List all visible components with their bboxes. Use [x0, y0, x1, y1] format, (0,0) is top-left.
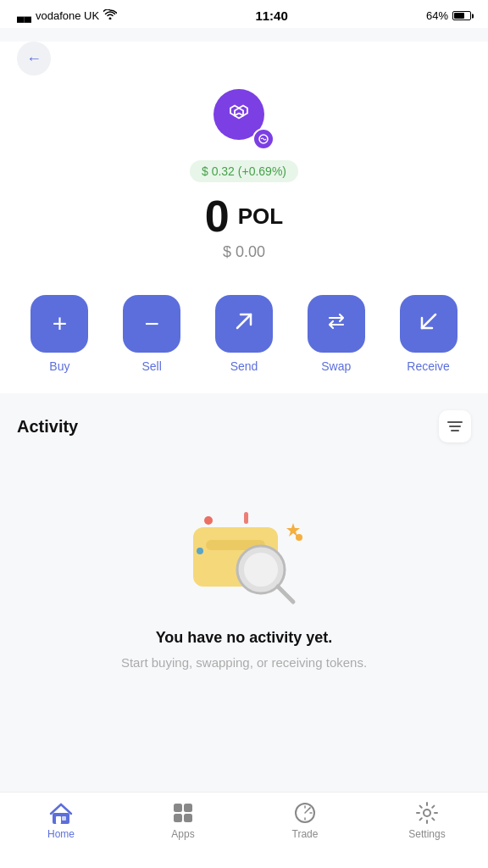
send-label: Send [230, 359, 258, 373]
send-icon [232, 309, 256, 339]
nav-apps[interactable]: Apps [122, 801, 244, 840]
price-badge: $ 0.32 (+0.69%) [190, 160, 298, 182]
send-action[interactable]: Send [215, 295, 273, 373]
swap-label: Swap [321, 359, 351, 373]
token-icon-wrapper [214, 89, 274, 150]
action-buttons: + Buy − Sell Send [0, 278, 488, 393]
status-time: 11:40 [255, 8, 287, 23]
empty-state: You have no activity yet. Start buying, … [17, 459, 471, 705]
sell-button[interactable]: − [123, 295, 180, 353]
receive-button[interactable] [400, 295, 458, 353]
nav-settings[interactable]: Settings [366, 801, 488, 840]
receive-label: Receive [407, 359, 450, 373]
nav-trade[interactable]: Trade [244, 801, 366, 840]
empty-illustration [168, 476, 320, 612]
activity-title: Activity [17, 417, 78, 437]
home-label: Home [47, 828, 75, 840]
send-button[interactable] [215, 295, 273, 353]
svg-line-5 [278, 587, 293, 602]
wifi-icon [103, 9, 117, 22]
carrier-label: vodafone UK [36, 9, 99, 22]
bottom-nav: Home Apps Trade [0, 792, 488, 868]
svg-point-4 [244, 553, 278, 587]
svg-rect-13 [174, 804, 182, 812]
trade-label: Trade [292, 828, 319, 840]
balance-display: 0 POL [205, 194, 283, 238]
back-arrow-icon: ← [26, 51, 42, 66]
filter-icon [446, 420, 464, 433]
home-icon [49, 801, 73, 825]
nav-home[interactable]: Home [0, 801, 122, 840]
token-balance: 0 [205, 194, 230, 238]
swap-button[interactable] [308, 295, 365, 353]
svg-rect-9 [244, 512, 248, 524]
svg-point-8 [197, 548, 203, 554]
token-usd-value: $ 0.00 [223, 243, 265, 261]
svg-point-18 [424, 810, 430, 816]
settings-label: Settings [408, 828, 445, 840]
svg-rect-11 [56, 816, 61, 824]
battery-icon [452, 11, 471, 20]
token-symbol: POL [238, 203, 283, 230]
buy-button[interactable]: + [30, 295, 88, 353]
receive-icon [417, 309, 441, 339]
buy-icon: + [53, 311, 68, 337]
svg-rect-15 [174, 814, 182, 822]
back-button[interactable]: ← [17, 42, 51, 75]
settings-icon [415, 801, 439, 825]
svg-rect-14 [184, 804, 192, 812]
filter-button[interactable] [439, 410, 471, 442]
signal-icon: ▄▄ [17, 10, 31, 22]
status-bar: ▄▄ vodafone UK 11:40 64% [0, 0, 488, 28]
buy-action[interactable]: + Buy [30, 295, 88, 373]
sell-icon: − [144, 311, 159, 337]
activity-section: Activity [0, 393, 488, 705]
token-header: $ 0.32 (+0.69%) 0 POL $ 0.00 [0, 82, 488, 278]
sell-label: Sell [142, 359, 162, 373]
battery-percent: 64% [426, 9, 448, 22]
sell-action[interactable]: − Sell [123, 295, 180, 373]
main-content: ← $ 0.32 (+0.69%) 0 POL [0, 42, 488, 393]
apps-label: Apps [171, 828, 194, 840]
swap-action[interactable]: Swap [308, 295, 365, 373]
svg-rect-12 [62, 816, 66, 821]
swap-icon [324, 309, 348, 339]
status-right: 64% [426, 9, 471, 22]
svg-point-6 [204, 516, 213, 525]
empty-subtitle: Start buying, swapping, or receiving tok… [121, 654, 367, 671]
svg-rect-16 [184, 814, 192, 822]
apps-icon [171, 801, 195, 825]
buy-label: Buy [49, 359, 69, 373]
empty-title: You have no activity yet. [156, 629, 333, 647]
status-left: ▄▄ vodafone UK [17, 9, 117, 22]
trade-icon [293, 801, 317, 825]
receive-action[interactable]: Receive [400, 295, 458, 373]
activity-header: Activity [17, 410, 471, 442]
token-chain-icon [252, 128, 274, 150]
